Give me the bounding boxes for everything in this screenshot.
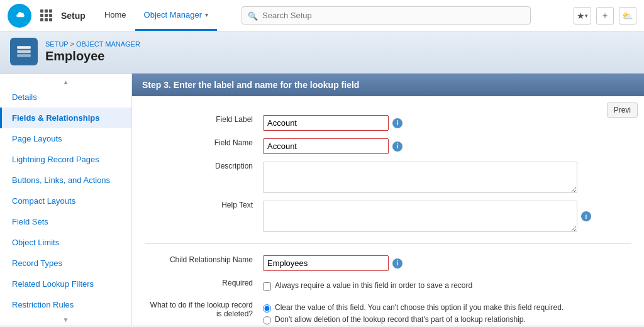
- child-relationship-info-icon[interactable]: i: [392, 258, 402, 269]
- field-label-value: i: [258, 111, 631, 135]
- add-button[interactable]: ＋: [596, 7, 614, 25]
- tab-object-manager[interactable]: Object Manager ▾: [135, 0, 218, 31]
- help-text-row: Help Text i: [145, 197, 631, 236]
- favorites-button[interactable]: ★▾: [574, 7, 591, 25]
- section-divider: [145, 243, 631, 244]
- breadcrumb-object-manager[interactable]: OBJECT MANAGER: [76, 40, 140, 48]
- required-field-label: Required: [145, 275, 258, 297]
- object-header: SETUP > OBJECT MANAGER Employee: [0, 31, 644, 74]
- sidebar-item-fields-relationships[interactable]: Fields & Relationships: [0, 108, 131, 128]
- tab-home[interactable]: Home: [96, 0, 135, 31]
- breadcrumb-setup[interactable]: SETUP: [45, 40, 68, 48]
- setup-label: Setup: [61, 11, 86, 21]
- top-bar-actions: ★▾ ＋ ⛅: [574, 7, 636, 25]
- lookup-delete-row: What to do if the lookup record is delet…: [145, 297, 631, 325]
- field-name-label: Field Name: [145, 135, 258, 158]
- main-layout: ▲ Details Fields & Relationships Page La…: [0, 74, 644, 325]
- svg-rect-2: [17, 50, 31, 53]
- field-name-value: i: [258, 135, 631, 158]
- svg-rect-3: [17, 54, 31, 57]
- field-label-input[interactable]: [263, 115, 389, 131]
- help-text-info-icon[interactable]: i: [581, 211, 591, 221]
- field-name-row: Field Name i: [145, 135, 631, 158]
- field-label-info-icon[interactable]: i: [392, 118, 402, 128]
- child-relationship-row: Child Relationship Name i: [145, 252, 631, 275]
- nav-menu-icon[interactable]: [38, 7, 55, 24]
- top-nav-tabs: Home Object Manager ▾: [96, 0, 217, 31]
- preview-btn-wrap: Previ: [607, 103, 638, 118]
- lookup-delete-dont-radio[interactable]: [263, 316, 271, 324]
- required-checkbox-label: Always require a value in this field in …: [275, 281, 472, 290]
- child-relationship-value: i: [258, 252, 631, 275]
- field-label-label: Field Label: [145, 111, 258, 135]
- lookup-delete-clear-label: Clear the value of this field. You can't…: [275, 303, 564, 312]
- form-table: Field Label i Field Name: [145, 111, 631, 236]
- svg-rect-1: [17, 46, 31, 48]
- top-bar: Setup Home Object Manager ▾ 🔍 ★▾ ＋ ⛅: [0, 0, 644, 31]
- description-value: [258, 158, 631, 197]
- required-checkbox[interactable]: [263, 282, 271, 291]
- sidebar: ▲ Details Fields & Relationships Page La…: [0, 74, 132, 325]
- search-bar: 🔍: [242, 6, 531, 25]
- child-relationship-label: Child Relationship Name: [145, 252, 258, 275]
- help-text-value: i: [258, 197, 631, 236]
- required-value: Always require a value in this field in …: [258, 275, 631, 297]
- search-icon: 🔍: [248, 11, 258, 20]
- sidebar-item-lightning-record-pages[interactable]: Lightning Record Pages: [0, 149, 131, 170]
- object-header-text: SETUP > OBJECT MANAGER Employee: [45, 40, 140, 64]
- object-title: Employee: [45, 49, 140, 64]
- description-row: Description: [145, 158, 631, 197]
- step-header: Step 3. Enter the label and name for the…: [132, 74, 644, 96]
- help-button[interactable]: ⛅: [619, 7, 636, 25]
- help-text-textarea[interactable]: [263, 201, 577, 232]
- description-label: Description: [145, 158, 258, 197]
- sidebar-item-restriction-rules[interactable]: Restriction Rules: [0, 294, 131, 315]
- sidebar-item-object-limits[interactable]: Object Limits: [0, 232, 131, 253]
- content-area: Step 3. Enter the label and name for the…: [132, 74, 644, 325]
- search-input[interactable]: [242, 6, 531, 25]
- sidebar-item-related-lookup-filters[interactable]: Related Lookup Filters: [0, 274, 131, 294]
- breadcrumb: SETUP > OBJECT MANAGER: [45, 40, 140, 48]
- field-name-info-icon[interactable]: i: [392, 141, 402, 152]
- sidebar-item-compact-layouts[interactable]: Compact Layouts: [0, 191, 131, 211]
- required-row: Required Always require a value in this …: [145, 275, 631, 297]
- lookup-delete-label: What to do if the lookup record is delet…: [145, 297, 258, 325]
- step-content: Previ Field Label i Fiel: [132, 96, 644, 325]
- sidebar-scroll-up: ▲: [0, 77, 131, 87]
- field-name-input[interactable]: [263, 138, 389, 154]
- sidebar-item-record-types[interactable]: Record Types: [0, 253, 131, 274]
- help-text-label: Help Text: [145, 197, 258, 236]
- lookup-delete-clear-radio[interactable]: [263, 304, 271, 313]
- sidebar-scroll-down: ▼: [0, 315, 131, 324]
- sidebar-item-details[interactable]: Details: [0, 87, 131, 108]
- description-textarea[interactable]: [263, 162, 577, 193]
- child-relationship-input[interactable]: [263, 255, 389, 271]
- child-relationship-table: Child Relationship Name i Required: [145, 252, 631, 325]
- sidebar-item-buttons-links-actions[interactable]: Buttons, Links, and Actions: [0, 170, 131, 191]
- preview-button[interactable]: Previ: [607, 103, 638, 118]
- salesforce-logo: [8, 4, 31, 28]
- lookup-delete-value: Clear the value of this field. You can't…: [258, 297, 631, 325]
- object-icon: [10, 38, 38, 65]
- sidebar-item-page-layouts[interactable]: Page Layouts: [0, 128, 131, 149]
- lookup-delete-dont-label: Don't allow deletion of the lookup recor…: [275, 315, 526, 324]
- sidebar-item-field-sets[interactable]: Field Sets: [0, 211, 131, 232]
- field-label-row: Field Label i: [145, 111, 631, 135]
- chevron-down-icon: ▾: [205, 11, 208, 18]
